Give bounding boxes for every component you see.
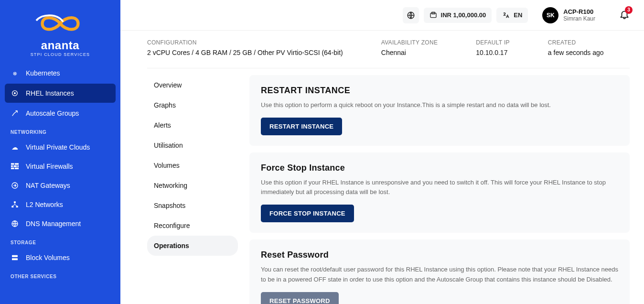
tab-reconfigure[interactable]: Reconfigure — [147, 216, 238, 236]
section-other: OTHER SERVICES — [0, 267, 120, 282]
force-stop-button[interactable]: FORCE STOP INSTANCE — [261, 205, 354, 222]
card-title: RESTART INSTANCE — [261, 86, 618, 96]
tab-utilisation[interactable]: Utilisation — [147, 135, 238, 155]
sidebar-item-label: L2 Networks — [26, 201, 63, 208]
language-text: EN — [514, 11, 522, 19]
sidebar-item-l2[interactable]: L2 Networks — [0, 195, 120, 214]
brand-tagline: STPI CLOUD SERVICES — [0, 52, 120, 57]
tab-graphs[interactable]: Graphs — [147, 95, 238, 115]
card-description: Use this option to perform a quick reboo… — [261, 100, 618, 110]
reset-password-button[interactable]: RESET PASSWORD — [261, 292, 339, 304]
info-value: a few seconds ago — [548, 49, 604, 56]
operations-cards: RESTART INSTANCE Use this option to perf… — [249, 75, 630, 304]
card-title: Reset Password — [261, 250, 618, 260]
balance-display[interactable]: INR 1,00,000.00 — [424, 8, 492, 23]
info-created: CREATED a few seconds ago — [548, 39, 604, 56]
section-storage: STORAGE — [0, 233, 120, 248]
brand-name: ananta — [0, 39, 120, 52]
network-icon — [11, 200, 19, 209]
sidebar-item-autoscale[interactable]: Autoscale Groups — [0, 104, 120, 123]
svg-rect-8 — [15, 167, 19, 169]
info-label: CREATED — [548, 39, 604, 46]
sidebar-item-kubernetes[interactable]: ⎈ Kubernetes — [0, 64, 120, 83]
wallet-icon — [429, 11, 437, 19]
info-configuration: CONFIGURATION 2 vCPU Cores / 4 GB RAM / … — [147, 39, 343, 56]
sidebar-item-label: RHEL Instances — [26, 89, 74, 97]
sidebar-item-nat[interactable]: NAT Gateways — [0, 176, 120, 195]
panel-layout: Overview Graphs Alerts Utilisation Volum… — [147, 75, 630, 304]
info-ip: DEFAULT IP 10.10.0.17 — [476, 39, 510, 56]
account-name: Simran Kaur — [563, 15, 595, 22]
kubernetes-icon: ⎈ — [11, 69, 19, 77]
sidebar-item-label: Autoscale Groups — [26, 109, 79, 117]
section-networking: NETWORKING — [0, 123, 120, 138]
globe-button[interactable] — [403, 7, 419, 23]
sidebar-item-firewalls[interactable]: Virtual Firewalls — [0, 157, 120, 176]
sidebar-item-rhel-instances[interactable]: RHEL Instances — [5, 84, 116, 103]
autoscale-icon — [11, 109, 19, 118]
sidebar-item-dns[interactable]: DNS Management — [0, 214, 120, 233]
instance-info-row: CONFIGURATION 2 vCPU Cores / 4 GB RAM / … — [147, 31, 630, 68]
account-code: ACP-R100 — [563, 8, 595, 16]
language-selector[interactable]: EN — [496, 8, 528, 23]
svg-rect-15 — [12, 258, 18, 260]
brand-logo[interactable]: ananta STPI CLOUD SERVICES — [0, 0, 120, 62]
translate-icon — [502, 11, 510, 19]
sidebar-item-label: DNS Management — [26, 220, 81, 228]
sidebar-item-vpc[interactable]: ☁ Virtual Private Clouds — [0, 138, 120, 157]
info-value: 2 vCPU Cores / 4 GB RAM / 25 GB / Other … — [147, 49, 343, 56]
sidebar-item-label: Block Volumes — [26, 254, 70, 261]
sidebar-item-label: NAT Gateways — [26, 182, 70, 189]
card-reset-password: Reset Password You can reset the root/de… — [249, 239, 630, 304]
tab-volumes[interactable]: Volumes — [147, 155, 238, 175]
notifications-button[interactable]: 3 — [619, 9, 630, 22]
globe-icon — [407, 11, 415, 20]
globe-icon — [11, 219, 19, 228]
main: INR 1,00,000.00 EN SK ACP-R100 Simran Ka… — [120, 0, 644, 304]
svg-point-1 — [14, 92, 16, 94]
sidebar: ananta STPI CLOUD SERVICES ⎈ Kubernetes … — [0, 0, 120, 304]
info-label: DEFAULT IP — [476, 39, 510, 46]
tab-snapshots[interactable]: Snapshots — [147, 195, 238, 216]
sidebar-item-block-volumes[interactable]: Block Volumes — [0, 248, 120, 267]
user-account[interactable]: SK ACP-R100 Simran Kaur — [542, 7, 595, 23]
svg-rect-6 — [17, 165, 19, 167]
balance-text: INR 1,00,000.00 — [441, 11, 486, 19]
sidebar-item-label: Kubernetes — [26, 69, 60, 77]
content-area: CONFIGURATION 2 vCPU Cores / 4 GB RAM / … — [120, 31, 644, 304]
logo-infinity-icon — [24, 9, 96, 39]
tab-operations[interactable]: Operations — [147, 236, 238, 256]
storage-icon — [11, 253, 19, 262]
notification-badge: 3 — [625, 6, 633, 14]
svg-rect-14 — [12, 255, 18, 257]
avatar: SK — [542, 7, 558, 23]
card-description: You can reset the root/default user pass… — [261, 265, 618, 284]
svg-rect-2 — [11, 163, 14, 164]
card-force-stop: Force Stop Instance Use this option if y… — [249, 152, 630, 233]
user-text: ACP-R100 Simran Kaur — [563, 8, 595, 22]
topbar: INR 1,00,000.00 EN SK ACP-R100 Simran Ka… — [120, 0, 644, 31]
sidebar-item-label: Virtual Private Clouds — [26, 143, 90, 151]
info-value: 10.10.0.17 — [476, 49, 510, 56]
tab-overview[interactable]: Overview — [147, 75, 238, 95]
sidebar-item-label: Virtual Firewalls — [26, 163, 73, 170]
cloud-icon: ☁ — [11, 143, 19, 152]
tab-list: Overview Graphs Alerts Utilisation Volum… — [147, 75, 238, 304]
restart-instance-button[interactable]: RESTART INSTANCE — [261, 118, 342, 135]
svg-rect-10 — [14, 201, 16, 203]
svg-rect-5 — [13, 165, 17, 167]
svg-rect-12 — [16, 206, 18, 207]
info-value: Chennai — [381, 49, 438, 56]
svg-rect-11 — [11, 206, 13, 207]
info-label: CONFIGURATION — [147, 39, 343, 46]
card-title: Force Stop Instance — [261, 163, 618, 173]
tab-alerts[interactable]: Alerts — [147, 115, 238, 135]
tab-networking[interactable]: Networking — [147, 175, 238, 195]
server-icon — [11, 89, 19, 98]
card-description: Use this option if your RHEL Instance is… — [261, 178, 618, 197]
svg-rect-4 — [11, 165, 13, 167]
info-zone: AVAILABILITY ZONE Chennai — [381, 39, 438, 56]
info-label: AVAILABILITY ZONE — [381, 39, 438, 46]
nat-icon — [11, 181, 19, 190]
svg-rect-3 — [15, 163, 19, 164]
